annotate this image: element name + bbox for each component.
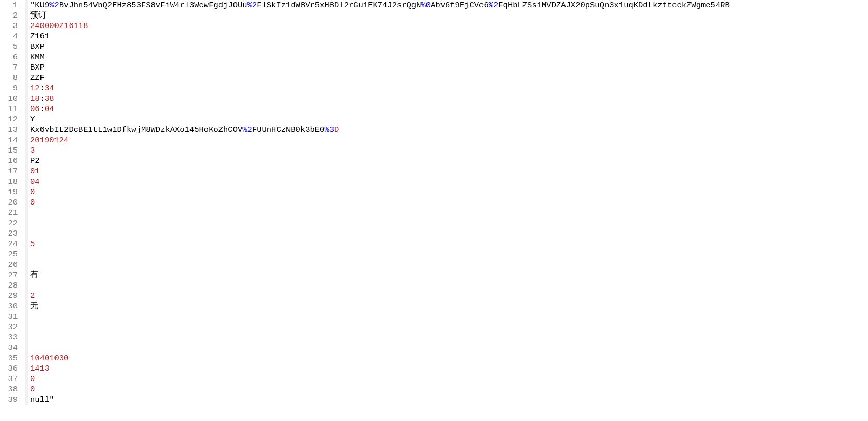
code-line[interactable]: 有 [30,270,868,280]
code-token: FqHbLZSs1MVDZAJX20pSuQn3x1uqKDdLkzttcckZ… [498,1,729,10]
line-number: 27 [0,270,22,280]
code-line[interactable] [30,311,868,322]
code-token: Kx6vbIL2DcBE1tL1w1DfkwjM8WDzkAXo145HoKoZ… [30,125,242,134]
line-number: 26 [0,260,22,270]
line-number: 36 [0,363,22,374]
line-number: 35 [0,353,22,363]
code-line[interactable]: Z161 [30,31,868,42]
line-number: 16 [0,156,22,166]
line-number: 2 [0,10,22,21]
code-token: 38 [45,94,54,103]
code-line[interactable] [30,249,868,260]
code-line[interactable] [30,218,868,228]
line-number: 19 [0,187,22,197]
line-number: 15 [0,145,22,156]
code-line[interactable]: P2 [30,156,868,166]
line-number: 24 [0,239,22,249]
code-line[interactable] [30,343,868,353]
code-token: 1413 [30,364,49,373]
code-token: ZZF [30,73,45,83]
line-number: 37 [0,374,22,384]
code-line[interactable]: BXP [30,42,868,52]
line-number: 28 [0,280,22,291]
line-number: 14 [0,135,22,145]
line-number: 5 [0,42,22,52]
code-line[interactable]: ZZF [30,73,868,83]
line-number: 23 [0,228,22,239]
line-number: 4 [0,31,22,42]
code-line[interactable]: 18:38 [30,93,868,104]
code-line[interactable]: 06:04 [30,104,868,114]
code-line[interactable]: 240000Z16118 [30,21,868,31]
code-token: %2 [247,1,257,10]
code-token: KMM [30,52,45,62]
line-number: 1 [0,0,22,10]
code-token: null" [30,395,54,404]
code-line[interactable]: 12:34 [30,83,868,93]
line-number: 25 [0,249,22,260]
code-token: 240000Z16118 [30,21,88,31]
code-token: 04 [45,104,54,114]
code-token: %2 [49,1,59,10]
line-number: 13 [0,125,22,135]
code-token: %3 [324,125,334,134]
line-number: 30 [0,301,22,311]
code-token: 0 [30,187,35,197]
line-number: 21 [0,208,22,218]
code-line[interactable]: 预订 [30,10,868,21]
code-token: Y [30,115,35,124]
line-number: 6 [0,52,22,62]
code-token: 0 [30,198,35,207]
code-token: "KU9 [30,1,49,10]
code-line[interactable]: BXP [30,62,868,73]
code-token: 0 [30,385,35,394]
code-line[interactable] [30,280,868,291]
line-number: 17 [0,166,22,176]
line-number: 12 [0,114,22,125]
line-number: 3 [0,21,22,31]
code-line[interactable]: 10401030 [30,353,868,363]
code-token: 预订 [30,11,47,20]
code-line[interactable] [30,332,868,343]
code-token: 无 [30,302,38,311]
code-line[interactable]: 1413 [30,363,868,374]
code-token: 5 [30,239,35,249]
code-line[interactable] [30,208,868,218]
code-line[interactable]: 3 [30,145,868,156]
code-line[interactable]: 5 [30,239,868,249]
code-line[interactable]: Y [30,114,868,125]
code-line[interactable]: 01 [30,166,868,176]
code-line[interactable]: 0 [30,197,868,208]
code-editor[interactable]: 1234567891011121314151617181920212223242… [0,0,868,405]
code-token: 04 [30,177,40,186]
code-line[interactable]: Kx6vbIL2DcBE1tL1w1DfkwjM8WDzkAXo145HoKoZ… [30,125,868,135]
code-line[interactable]: 0 [30,384,868,395]
line-number: 11 [0,104,22,114]
line-number: 38 [0,384,22,395]
code-token: BXP [30,63,45,72]
code-line[interactable]: KMM [30,52,868,62]
code-line[interactable]: 2 [30,291,868,301]
code-token: 34 [45,84,54,93]
code-line[interactable]: 0 [30,187,868,197]
line-number: 29 [0,291,22,301]
code-line[interactable]: 04 [30,176,868,187]
code-token: 18 [30,94,40,103]
code-token: %2 [489,1,499,10]
line-number-gutter: 1234567891011121314151617181920212223242… [0,0,25,405]
code-line[interactable]: 无 [30,301,868,311]
code-line[interactable]: "KU9%2BvJhn54VbQ2EHz853FS8vFiW4rl3WcwFgd… [30,0,868,10]
code-line[interactable] [30,260,868,270]
code-line[interactable]: 20190124 [30,135,868,145]
code-token: FlSkIz1dW8Vr5xH8Dl2rGu1EK74J2srQgN [257,1,421,10]
line-number: 10 [0,93,22,104]
code-line[interactable]: 0 [30,374,868,384]
line-number: 9 [0,83,22,93]
code-token: BXP [30,42,45,51]
code-token: 10401030 [30,354,68,363]
code-line[interactable]: null" [30,395,868,405]
code-token: FUUnHCzNB0k3bE0 [252,125,325,134]
code-line[interactable] [30,228,868,239]
code-line[interactable] [30,322,868,332]
code-area[interactable]: "KU9%2BvJhn54VbQ2EHz853FS8vFiW4rl3WcwFgd… [28,0,868,405]
